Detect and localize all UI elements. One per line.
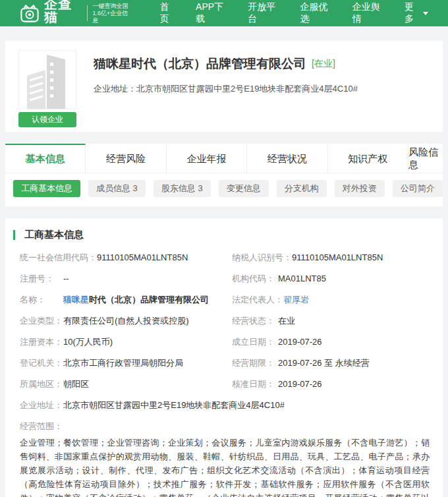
secondary-tab-bar: 工商基本信息 成员信息 3 股东信息 3 变更信息 分支机构 对外投资 公司简介…	[5, 173, 443, 206]
company-address: 企业地址：北京市朝阳区甘露园中里2号E19地块非配套商业4层4C10#	[94, 83, 358, 95]
field-row: 所属地区：朝阳区 核准日期：2019-07-26	[20, 378, 430, 390]
field-label: 企业地址：	[20, 399, 63, 411]
chevron-down-icon	[423, 12, 428, 15]
field-label: 所属地区：	[20, 378, 63, 390]
logo-url: www.qichamao.com	[44, 25, 81, 29]
approval-date-value: 2019-07-26	[278, 378, 322, 390]
field-label: 登记机关：	[20, 357, 63, 368]
region-value: 朝阳区	[63, 378, 89, 390]
field-label: 核准日期：	[232, 378, 278, 390]
field-label: 纳税人识别号：	[232, 252, 292, 263]
business-scope-block: 经营范围： 企业管理；餐饮管理；企业管理咨询；企业策划；会议服务；儿童室内游戏娱…	[20, 421, 430, 497]
field-label: 注册资本：	[20, 336, 63, 347]
company-name-value: 猫咪星时代（北京）品牌管理有限公司	[63, 294, 209, 305]
cat-logo-icon	[20, 4, 40, 23]
tab-intellectual-property[interactable]: 知识产权	[328, 144, 408, 173]
registration-no-value: --	[63, 273, 69, 284]
taxpayer-id-value: 91110105MA01LNT85N	[292, 252, 383, 263]
org-code-value: MA01LNT85	[278, 273, 326, 284]
site-tagline: 一键查询全国 1.6亿+企业信息	[92, 3, 130, 24]
site-logo[interactable]: 企查猫 www.qichamao.com	[20, 0, 81, 29]
nav-item-enterprise-sentiment[interactable]: 企业舆情	[352, 1, 385, 25]
keyword-highlight: 猫咪星	[63, 295, 89, 305]
business-scope-value: 企业管理；餐饮管理；企业管理咨询；企业策划；会议服务；儿童室内游戏娱乐服务（不含…	[20, 436, 430, 497]
field-label: 机构代码：	[232, 273, 278, 284]
subtab-changes[interactable]: 变更信息	[219, 180, 269, 197]
logo-text: 企查猫	[44, 0, 81, 24]
company-name: 猫咪星时代（北京）品牌管理有限公司	[94, 55, 306, 73]
tab-annual-report[interactable]: 企业年报	[167, 144, 247, 173]
tab-risk-info[interactable]: 风险信息	[408, 144, 443, 173]
registered-capital-value: 10(万人民币)	[63, 336, 113, 347]
company-status-badge: [在业]	[312, 58, 335, 70]
field-label: 注册号：	[20, 273, 63, 284]
legal-representative-link[interactable]: 翟厚岩	[283, 294, 309, 305]
operating-status-value: 在业	[278, 315, 295, 326]
tab-basic-info[interactable]: 基本信息	[5, 144, 86, 173]
subtab-company-profile[interactable]: 公司简介	[393, 180, 443, 197]
field-row: 注册资本：10(万人民币) 成立日期：2019-07-26	[20, 336, 430, 347]
nav-item-open-platform[interactable]: 开放平台	[248, 1, 280, 25]
tab-operating-status[interactable]: 经营状况	[247, 144, 327, 173]
field-row: 统一社会信用代码：91110105MA01LNT85N 纳税人识别号：91110…	[20, 252, 430, 263]
subtab-branches[interactable]: 分支机构	[277, 180, 327, 197]
top-navigation: 首页 APP下载 开放平台 企服优选 企业舆情 更多	[159, 1, 448, 25]
company-header-card: 认领企业 猫咪星时代（北京）品牌管理有限公司 [在业] 企业地址：北京市朝阳区甘…	[5, 41, 443, 132]
section-title: 工商基本信息	[13, 229, 430, 241]
subtab-members[interactable]: 成员信息 3	[88, 180, 146, 197]
operating-period-value: 2019-07-26 至 永续经营	[278, 357, 370, 368]
business-info-card: 工商基本信息 统一社会信用代码：91110105MA01LNT85N 纳税人识别…	[5, 218, 443, 497]
field-label: 法定代表人：	[232, 294, 283, 305]
company-type-value: 有限责任公司(自然人投资或控股)	[63, 315, 189, 326]
subtab-outbound-investment[interactable]: 对外投资	[335, 180, 385, 197]
field-row: 注册号：-- 机构代码：MA01LNT85	[20, 273, 430, 284]
nav-item-home[interactable]: 首页	[159, 1, 176, 25]
field-label: 经营状态：	[232, 315, 278, 326]
subtab-shareholders[interactable]: 股东信息 3	[154, 180, 211, 197]
tab-operating-risk[interactable]: 经营风险	[86, 144, 166, 173]
section-accent-bar	[13, 230, 15, 240]
nav-item-more[interactable]: 更多	[405, 1, 428, 25]
field-label: 名称：	[20, 294, 63, 305]
tabs-card: 基本信息 经营风险 企业年报 经营状况 知识产权 风险信息 工商基本信息 成员信…	[5, 144, 443, 206]
establish-date-value: 2019-07-26	[278, 336, 322, 347]
field-row: 企业类型：有限责任公司(自然人投资或控股) 经营状态：在业	[20, 315, 430, 326]
credit-code-value: 91110105MA01LNT85N	[97, 252, 188, 263]
field-label: 企业类型：	[20, 315, 63, 326]
field-label: 经营期限：	[232, 357, 278, 368]
company-logo-placeholder	[18, 50, 76, 109]
logo-divider	[87, 5, 88, 21]
field-row: 登记机关：北京市工商行政管理局朝阳分局 经营期限：2019-07-26 至 永续…	[20, 357, 430, 368]
field-label: 成立日期：	[232, 336, 278, 347]
field-row: 企业地址：北京市朝阳区甘露园中里2号E19地块非配套商业4层4C10#	[20, 399, 430, 411]
nav-item-app-download[interactable]: APP下载	[196, 1, 228, 25]
primary-tab-bar: 基本信息 经营风险 企业年报 经营状况 知识产权 风险信息	[5, 144, 443, 173]
nav-item-enterprise-services[interactable]: 企服优选	[300, 1, 333, 25]
registered-address-value: 北京市朝阳区甘露园中里2号E19地块非配套商业4层4C10#	[63, 399, 285, 411]
field-row: 名称：猫咪星时代（北京）品牌管理有限公司 法定代表人：翟厚岩	[20, 294, 430, 305]
claim-company-button[interactable]: 认领企业	[18, 112, 76, 127]
registration-authority-value: 北京市工商行政管理局朝阳分局	[63, 357, 183, 368]
field-label: 统一社会信用代码：	[20, 252, 97, 263]
field-label: 经营范围：	[20, 421, 430, 432]
top-navbar: 企查猫 www.qichamao.com 一键查询全国 1.6亿+企业信息 首页…	[0, 0, 448, 26]
subtab-business-basic-info[interactable]: 工商基本信息	[13, 180, 80, 197]
